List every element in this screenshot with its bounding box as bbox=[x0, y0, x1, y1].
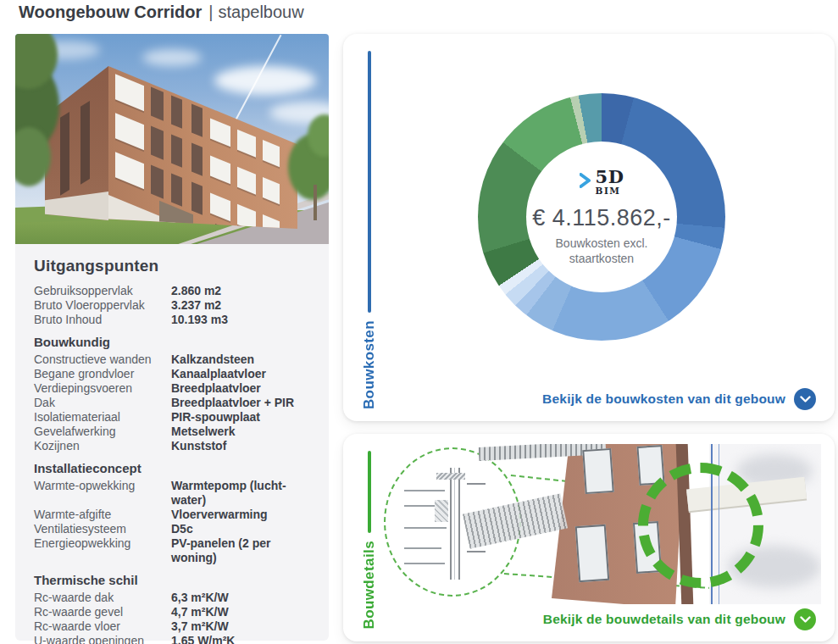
spec-value: Kalkzandsteen bbox=[171, 353, 254, 367]
spec-row: Bruto Inhoud10.193 m3 bbox=[34, 313, 310, 327]
view-bouwdetails-label: Bekijk de bouwdetails van dit gebouw bbox=[543, 612, 785, 627]
spec-row: Warmte-opwekkingWarmtepomp (lucht-water) bbox=[34, 479, 310, 508]
spec-value: Kanaalplaatvloer bbox=[171, 367, 266, 381]
spec-value: Breedplaatvloer + PIR bbox=[171, 396, 294, 410]
spec-row: Rc-waarde vloer3,7 m²K/W bbox=[34, 619, 310, 634]
spec-groups: Gebruiksoppervlak2.860 m2Bruto Vloeroppe… bbox=[34, 284, 310, 644]
title-separator: | bbox=[208, 3, 213, 21]
project-type: stapelbouw bbox=[218, 3, 303, 21]
donut-center: 5D BIM € 4.115.862,- Bouwkosten excl. st… bbox=[526, 142, 677, 292]
bouwdetails-side-label: Bouwdetails bbox=[361, 541, 378, 630]
spec-label: Bruto Vloeroppervlak bbox=[34, 298, 171, 313]
bouwkosten-donut-chart[interactable]: 5D BIM € 4.115.862,- Bouwkosten excl. st… bbox=[478, 93, 725, 341]
spec-value: 4,7 m²K/W bbox=[171, 605, 229, 619]
spec-label: Isolatiemateriaal bbox=[34, 410, 171, 425]
spec-label: Begane grondvloer bbox=[34, 367, 171, 381]
spec-value: Vloerverwarming bbox=[171, 508, 268, 522]
spec-value: 2.860 m2 bbox=[171, 284, 221, 298]
project-summary-card: Uitgangspunten Gebruiksoppervlak2.860 m2… bbox=[15, 34, 329, 641]
spec-label: Gevelafwerking bbox=[34, 425, 171, 439]
detail-highlight-ring bbox=[638, 463, 763, 588]
5d-bim-logo: 5D BIM bbox=[580, 168, 624, 196]
bouwkosten-card: Bouwkosten 5D BIM € 4.115.862,- Bouwkost… bbox=[343, 34, 835, 421]
chevron-down-icon[interactable] bbox=[794, 608, 816, 630]
spec-value: D5c bbox=[171, 522, 193, 536]
window bbox=[575, 525, 610, 582]
spec-value: PIR-spouwplaat bbox=[171, 410, 260, 425]
spec-row: U-waarde openingen1,65 W/m²K bbox=[34, 634, 310, 644]
spec-row: VerdiepingsvoerenBreedplaatvloer bbox=[34, 381, 310, 396]
spec-value: 3.237 m2 bbox=[171, 298, 221, 313]
specs-heading: Uitgangspunten bbox=[34, 257, 310, 275]
spec-label: Rc-waarde gevel bbox=[34, 605, 171, 619]
logo-5d-text: 5D bbox=[596, 168, 624, 186]
spec-value: Metselwerk bbox=[171, 425, 235, 439]
spec-row: GevelafwerkingMetselwerk bbox=[34, 425, 310, 439]
spec-label: Gebruiksoppervlak bbox=[34, 284, 171, 298]
spec-label: U-waarde openingen bbox=[34, 634, 171, 644]
spec-label: Rc-waarde dak bbox=[34, 591, 171, 605]
spec-subheading: Installatieconcept bbox=[34, 461, 310, 475]
spec-row: VentilatiesysteemD5c bbox=[34, 522, 310, 536]
spec-value: 6,3 m²K/W bbox=[171, 591, 229, 605]
bouwdetails-illustration bbox=[384, 444, 821, 604]
spec-value: Kunststof bbox=[171, 439, 226, 453]
rail-line-green bbox=[368, 451, 371, 533]
cloud bbox=[214, 66, 316, 95]
spec-row: Rc-waarde gevel4,7 m²K/W bbox=[34, 605, 310, 619]
bouwdetails-rail: Bouwdetails bbox=[357, 434, 382, 641]
page: Woongebouw Corridor|stapelbouw bbox=[0, 0, 838, 644]
spec-group: Thermische schilRc-waarde dak6,3 m²K/WRc… bbox=[34, 573, 310, 644]
cost-caption: Bouwkosten excl. staartkosten bbox=[556, 236, 648, 266]
building-render-image bbox=[15, 34, 329, 244]
spec-group: BouwkundigConstructieve wandenKalkzandst… bbox=[34, 335, 310, 453]
spec-label: Bruto Inhoud bbox=[34, 313, 171, 327]
view-bouwkosten-link[interactable]: Bekijk de bouwkosten van dit gebouw bbox=[542, 388, 816, 410]
spec-value: Breedplaatvloer bbox=[171, 381, 261, 396]
logo-bim-text: BIM bbox=[596, 186, 621, 196]
chevron-down-icon[interactable] bbox=[794, 388, 816, 410]
spec-row: Constructieve wandenKalkzandsteen bbox=[34, 353, 310, 367]
bouwkosten-rail: Bouwkosten bbox=[357, 34, 382, 421]
logo-chevron-icon bbox=[580, 173, 591, 188]
spec-row: Gebruiksoppervlak2.860 m2 bbox=[34, 284, 310, 298]
spec-group: InstallatieconceptWarmte-opwekkingWarmte… bbox=[34, 461, 310, 565]
spec-value: 1,65 W/m²K bbox=[171, 634, 235, 644]
window bbox=[582, 448, 614, 494]
spec-value: 3,7 m²K/W bbox=[171, 619, 229, 634]
view-bouwkosten-label: Bekijk de bouwkosten van dit gebouw bbox=[542, 391, 785, 407]
spec-label: Warmte-opwekking bbox=[34, 479, 171, 508]
spec-value: PV-panelen (2 per woning) bbox=[171, 536, 310, 565]
project-name: Woongebouw Corridor bbox=[19, 3, 202, 21]
bouwkosten-side-label: Bouwkosten bbox=[361, 320, 378, 409]
spec-label: Kozijnen bbox=[34, 439, 171, 453]
total-cost-value: € 4.115.862,- bbox=[532, 205, 671, 231]
page-title: Woongebouw Corridor|stapelbouw bbox=[19, 3, 304, 22]
specifications-section: Uitgangspunten Gebruiksoppervlak2.860 m2… bbox=[15, 244, 329, 644]
rail-line-blue bbox=[368, 51, 371, 313]
spec-value: Warmtepomp (lucht-water) bbox=[171, 479, 310, 508]
spec-subheading: Thermische schil bbox=[34, 573, 310, 587]
spec-label: Energieopwekking bbox=[34, 536, 171, 565]
spec-label: Rc-waarde vloer bbox=[34, 619, 171, 634]
spec-row: EnergieopwekkingPV-panelen (2 per woning… bbox=[34, 536, 310, 565]
spec-row: DakBreedplaatvloer + PIR bbox=[34, 396, 310, 410]
spec-label: Ventilatiesysteem bbox=[34, 522, 171, 536]
spec-subheading: Bouwkundig bbox=[34, 335, 310, 349]
spec-row: Begane grondvloerKanaalplaatvloer bbox=[34, 367, 310, 381]
spec-label: Warmte-afgifte bbox=[34, 508, 171, 522]
spec-row: Warmte-afgifteVloerverwarming bbox=[34, 508, 310, 522]
bouwdetails-card: Bouwdetails bbox=[343, 434, 835, 641]
spec-value: 10.193 m3 bbox=[171, 313, 228, 327]
view-bouwdetails-link[interactable]: Bekijk de bouwdetails van dit gebouw bbox=[543, 608, 816, 630]
spec-label: Constructieve wanden bbox=[34, 353, 171, 367]
spec-label: Dak bbox=[34, 396, 171, 410]
spec-row: Bruto Vloeroppervlak3.237 m2 bbox=[34, 298, 310, 313]
spec-row: IsolatiemateriaalPIR-spouwplaat bbox=[34, 410, 310, 425]
spec-row: Rc-waarde dak6,3 m²K/W bbox=[34, 591, 310, 605]
cloud bbox=[142, 49, 202, 66]
spec-label: Verdiepingsvoeren bbox=[34, 381, 171, 396]
spec-group: Gebruiksoppervlak2.860 m2Bruto Vloeroppe… bbox=[34, 284, 310, 327]
spec-row: KozijnenKunststof bbox=[34, 439, 310, 453]
tree-trunk bbox=[314, 185, 317, 220]
